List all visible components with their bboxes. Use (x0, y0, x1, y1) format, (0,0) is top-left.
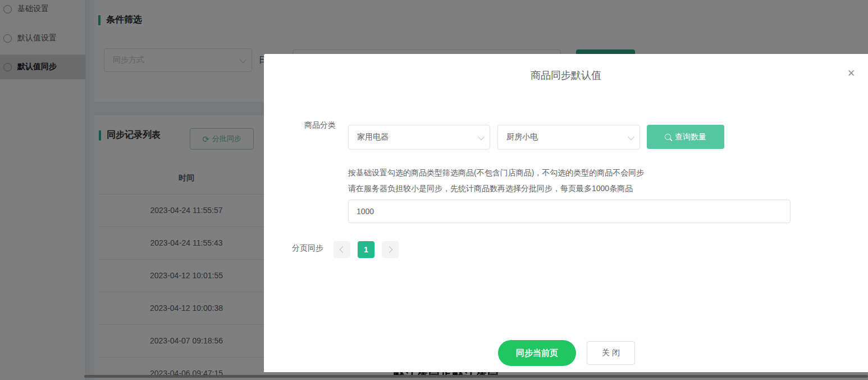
sync-current-page-button[interactable]: 同步当前页 (498, 340, 576, 366)
product-sync-default-modal: 商品同步默认值 ✕ 商品分类 家用电器 厨房小电 查询数量 按基础设置勾选的商品… (264, 54, 868, 372)
close-button[interactable]: 关 闭 (587, 341, 635, 365)
pagination-prev-button[interactable] (334, 241, 350, 258)
category-level2-value: 厨房小电 (506, 132, 628, 142)
query-count-button[interactable]: 查询数量 (647, 125, 724, 149)
chevron-left-icon (340, 246, 346, 252)
category-level1-value: 家用电器 (357, 132, 478, 142)
chevron-down-icon (628, 133, 635, 140)
hint-line-1: 按基础设置勾选的商品类型筛选商品(不包含门店商品)，不勾选的类型的商品不会同步 (348, 168, 644, 178)
close-icon[interactable]: ✕ (843, 65, 859, 81)
pagination-next-button[interactable] (382, 241, 399, 258)
modal-title: 商品同步默认值 (264, 69, 868, 82)
chevron-down-icon (478, 133, 485, 140)
hint-line-2: 请在服务器负担较小是同步，先统计商品数再选择分批同步，每页最多1000条商品 (348, 184, 633, 194)
app-root: 基础设置 默认值设置 默认值同步 条件筛选 同步方式 日 (0, 0, 868, 380)
page-size-input[interactable] (348, 200, 791, 223)
category-level1-select[interactable]: 家用电器 (348, 125, 490, 150)
chevron-right-icon (386, 246, 392, 252)
pagination-current-page[interactable]: 1 (358, 241, 374, 258)
category-label: 商品分类 (299, 120, 336, 130)
category-level2-select[interactable]: 厨房小电 (497, 125, 640, 150)
magnifier-icon (665, 134, 671, 140)
query-count-button-label: 查询数量 (675, 132, 706, 142)
pagination-label: 分页同步 (292, 243, 323, 254)
